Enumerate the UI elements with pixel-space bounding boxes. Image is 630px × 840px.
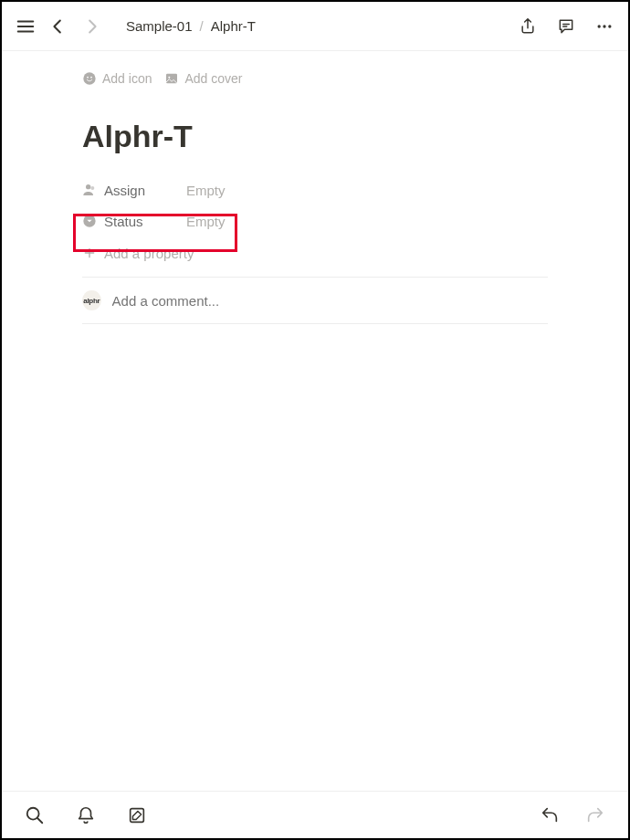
breadcrumb-separator: / <box>200 18 204 34</box>
redo-icon <box>583 803 608 828</box>
property-name: Assign <box>104 183 145 198</box>
top-left-controls: Sample-01 / Alphr-T <box>13 14 256 39</box>
avatar: alphr <box>82 290 101 310</box>
svg-point-8 <box>86 184 90 189</box>
add-cover-button[interactable]: Add cover <box>164 71 242 86</box>
add-property-button[interactable]: Add a property <box>82 236 548 269</box>
svg-point-7 <box>169 77 171 79</box>
property-row-status[interactable]: Status Empty <box>82 205 548 236</box>
property-label: Assign <box>82 183 186 198</box>
forward-icon <box>79 14 104 39</box>
meta-actions: Add icon Add cover <box>82 71 548 86</box>
comment-row[interactable]: alphr <box>82 278 548 324</box>
add-icon-label: Add icon <box>102 71 152 86</box>
svg-point-2 <box>608 25 611 27</box>
breadcrumb: Sample-01 / Alphr-T <box>126 18 256 34</box>
svg-point-9 <box>90 186 94 190</box>
notifications-icon[interactable] <box>73 803 99 828</box>
page-title[interactable]: Alphr-T <box>82 119 548 154</box>
page-content: Add icon Add cover Alphr-T Assign Empty … <box>2 51 628 324</box>
top-right-controls <box>515 14 617 39</box>
svg-point-4 <box>87 77 89 79</box>
bottom-bar <box>2 791 628 838</box>
property-row-assign[interactable]: Assign Empty <box>82 174 548 205</box>
search-icon[interactable] <box>22 803 47 828</box>
breadcrumb-parent[interactable]: Sample-01 <box>126 18 193 34</box>
plus-icon <box>82 246 97 260</box>
property-label: Status <box>82 214 186 229</box>
add-property-label: Add a property <box>104 246 194 261</box>
comment-input[interactable] <box>112 293 548 309</box>
add-icon-button[interactable]: Add icon <box>82 71 152 86</box>
property-value[interactable]: Empty <box>186 214 226 229</box>
breadcrumb-current[interactable]: Alphr-T <box>211 18 256 34</box>
compose-icon[interactable] <box>124 803 150 828</box>
undo-icon[interactable] <box>537 803 562 828</box>
svg-point-5 <box>90 77 92 79</box>
add-cover-label: Add cover <box>184 71 242 86</box>
menu-icon[interactable] <box>13 14 38 39</box>
bottom-right-controls <box>537 803 608 828</box>
more-icon[interactable] <box>592 14 617 39</box>
property-name: Status <box>104 214 143 229</box>
comments-icon[interactable] <box>553 14 579 39</box>
person-icon <box>82 183 97 197</box>
svg-point-1 <box>603 25 605 27</box>
back-icon[interactable] <box>46 14 71 39</box>
status-icon <box>82 214 97 228</box>
svg-point-0 <box>598 25 601 27</box>
top-bar: Sample-01 / Alphr-T <box>2 2 628 51</box>
svg-rect-12 <box>131 808 144 822</box>
share-icon[interactable] <box>515 14 541 39</box>
property-value[interactable]: Empty <box>186 183 226 198</box>
svg-point-3 <box>83 72 95 84</box>
